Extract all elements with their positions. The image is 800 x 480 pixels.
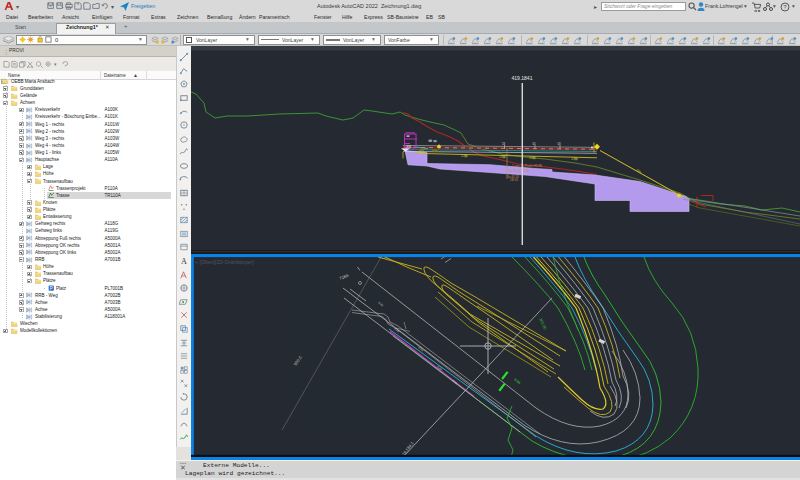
svg-text:13%: 13% xyxy=(529,156,536,160)
svg-text:03: 03 xyxy=(558,142,562,146)
svg-text:A: A xyxy=(181,257,187,266)
svg-text:2%: 2% xyxy=(419,150,424,154)
svg-text:419.1841: 419.1841 xyxy=(512,75,533,81)
svg-text:0: 0 xyxy=(55,37,58,43)
svg-text:PN: PN xyxy=(407,145,412,149)
svg-text:13%: 13% xyxy=(571,157,578,161)
svg-text:4a 21,50 32,08: 4a 21,50 32,08 xyxy=(509,169,529,173)
svg-text:1 von 3 y Punkt HILFE: 1 von 3 y Punkt HILFE xyxy=(512,164,542,168)
svg-text:13%: 13% xyxy=(499,155,506,159)
svg-text:05: 05 xyxy=(533,142,537,146)
svg-text:13%: 13% xyxy=(461,154,468,158)
svg-text:+ [Oben][2D-Drahtkörper]: + [Oben][2D-Drahtkörper] xyxy=(195,259,254,265)
svg-text:18: 18 xyxy=(502,142,506,146)
svg-text:2B 09: 2B 09 xyxy=(510,178,518,182)
svg-text:?: ? xyxy=(783,4,787,10)
